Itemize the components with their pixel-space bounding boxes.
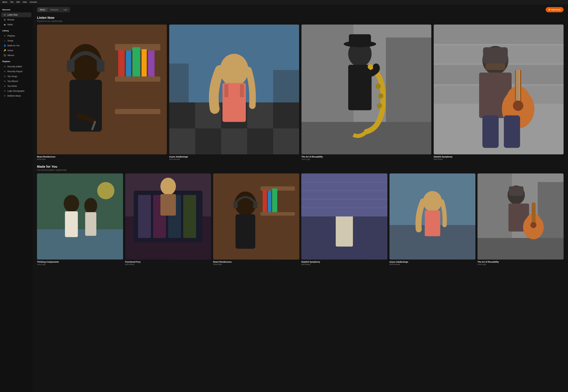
- svg-rect-85: [253, 201, 257, 208]
- svg-rect-37: [348, 65, 371, 110]
- main-content: Music Podcasts Live ⊕ Add music Listen N…: [32, 4, 568, 392]
- library-section-title: Library: [0, 29, 32, 33]
- svg-point-74: [160, 178, 176, 195]
- tab-live[interactable]: Live: [61, 8, 69, 12]
- sidebar-item-made-for-you[interactable]: 👤 Made for You: [1, 43, 31, 48]
- album-title: Thinking Components: [37, 261, 123, 263]
- sidebar-item-label: Logic Discography: [7, 90, 24, 92]
- sidebar-item-label: Songs: [7, 40, 13, 42]
- svg-rect-18: [169, 102, 195, 128]
- svg-rect-73: [183, 195, 196, 238]
- sidebar: Discover ⊙ Listen Now ⊞ Browse ◉ Radio L…: [0, 4, 32, 392]
- menu-view[interactable]: View: [23, 1, 27, 3]
- svg-rect-75: [160, 194, 176, 216]
- made-for-you-grid: Thinking Components Lena Logic: [37, 173, 564, 266]
- svg-rect-2: [115, 76, 160, 82]
- svg-rect-61: [37, 229, 123, 260]
- album-card-art-of-reusability-small[interactable]: The Art of Reusability Lena Logic: [478, 173, 564, 266]
- sidebar-item-recently-played[interactable]: ≡ Recently Played: [1, 69, 31, 74]
- album-title: React Rendezvous: [37, 155, 167, 158]
- svg-rect-109: [532, 203, 536, 225]
- svg-rect-63: [65, 211, 78, 237]
- sidebar-item-albums[interactable]: ⬛ Albums: [1, 53, 31, 58]
- sidebar-item-artists[interactable]: 🔑 Artists: [1, 48, 31, 53]
- album-title: Stateful Symphony: [301, 261, 387, 263]
- sidebar-item-top-songs[interactable]: ≡ Top Songs: [1, 74, 31, 79]
- album-card-react-rendezvous[interactable]: React Rendezvous Ethan Byte: [37, 25, 167, 160]
- svg-rect-36: [349, 34, 371, 46]
- svg-rect-4: [118, 49, 125, 76]
- list-icon: ≡: [3, 90, 6, 92]
- album-card-async-awakenings[interactable]: Async Awakenings Nina Netcode: [169, 25, 299, 160]
- album-card-stateful-symphony[interactable]: Stateful Symphony Beth Binary: [434, 25, 564, 160]
- tabs-row: Music Podcasts Live ⊕ Add music: [37, 7, 564, 12]
- menu-music[interactable]: Music: [2, 1, 7, 3]
- made-for-you-title: Made for You: [37, 165, 564, 168]
- sidebar-item-playlists[interactable]: ≡ Playlists: [1, 33, 31, 38]
- app-body: Discover ⊙ Listen Now ⊞ Browse ◉ Radio L…: [0, 4, 568, 392]
- svg-rect-76: [213, 173, 299, 260]
- svg-rect-81: [272, 189, 277, 212]
- playlists-section-title: Playlists: [0, 60, 32, 64]
- album-card-stateful-symphony-small[interactable]: Stateful Symphony Beth Binary: [301, 173, 387, 266]
- album-icon: ⬛: [3, 54, 6, 56]
- sidebar-item-label: Playlists: [7, 35, 15, 37]
- sidebar-item-recently-added[interactable]: ≡ Recently Added: [1, 64, 31, 69]
- menu-account[interactable]: Account: [30, 1, 37, 3]
- svg-rect-59: [504, 115, 520, 148]
- playlist-icon: ≡: [3, 35, 6, 37]
- svg-rect-84: [233, 201, 238, 208]
- album-artist: Lena Logic: [478, 263, 564, 266]
- svg-rect-99: [425, 210, 440, 236]
- sidebar-item-radio[interactable]: ◉ Radio: [1, 22, 31, 27]
- svg-point-62: [64, 195, 79, 212]
- svg-rect-8: [148, 51, 155, 77]
- sidebar-item-logic-discography[interactable]: ≡ Logic Discography: [1, 89, 31, 93]
- svg-rect-58: [482, 115, 499, 148]
- sidebar-item-label: Artists: [7, 49, 13, 52]
- menu-edit[interactable]: Edit: [16, 1, 20, 3]
- svg-rect-11: [67, 60, 75, 72]
- sidebar-item-bedtime-beats[interactable]: ≡ Bedtime Beats: [1, 93, 31, 98]
- tab-podcasts[interactable]: Podcasts: [48, 8, 60, 12]
- album-artist: Nina Netcode: [169, 158, 299, 160]
- svg-rect-78: [260, 212, 295, 216]
- sidebar-item-top-artists[interactable]: ≡ Top Artists: [1, 84, 31, 88]
- album-card-async-awakenings-small[interactable]: Async Awakenings Nina Netcode: [389, 173, 476, 266]
- menu-file[interactable]: File: [10, 1, 14, 3]
- svg-rect-103: [478, 238, 564, 259]
- svg-rect-43: [434, 25, 564, 44]
- add-music-label: Add music: [551, 9, 561, 11]
- add-music-button[interactable]: ⊕ Add music: [546, 7, 564, 12]
- listen-now-subtitle: Top picks for you. Updated daily.: [37, 20, 564, 22]
- menubar: Music File Edit View Account: [0, 0, 568, 4]
- sidebar-item-listen-now[interactable]: ⊙ Listen Now: [1, 13, 31, 17]
- album-title: Async Awakenings: [169, 155, 299, 158]
- album-artist: Lena Logic: [301, 158, 431, 160]
- svg-rect-24: [273, 70, 299, 102]
- album-artist: Nina Netcode: [389, 263, 476, 266]
- svg-rect-80: [268, 191, 271, 212]
- sidebar-item-songs[interactable]: ♪ Songs: [1, 38, 31, 43]
- list-icon: ≡: [3, 85, 6, 87]
- sidebar-item-label: Bedtime Beats: [7, 95, 21, 97]
- svg-rect-7: [142, 49, 147, 76]
- tab-music[interactable]: Music: [38, 8, 47, 12]
- album-card-art-of-reusability[interactable]: The Art of Reusability Lena Logic: [301, 25, 431, 160]
- play-circle-icon: ⊙: [3, 14, 6, 16]
- svg-rect-79: [263, 190, 267, 212]
- sidebar-item-top-albums[interactable]: ≡ Top Albums: [1, 79, 31, 84]
- album-card-react-rendezvous-small[interactable]: React Rendezvous Ethan Byte: [213, 173, 299, 266]
- svg-rect-3: [115, 109, 160, 114]
- svg-rect-49: [486, 63, 505, 70]
- list-icon: ≡: [3, 65, 6, 68]
- svg-rect-33: [301, 122, 431, 154]
- album-card-functional-fury[interactable]: Functional Fury Beth Binary: [125, 173, 211, 266]
- sidebar-item-label: Radio: [7, 23, 13, 26]
- album-artist: Beth Binary: [301, 263, 387, 266]
- album-card-thinking-components[interactable]: Thinking Components Lena Logic: [37, 173, 123, 266]
- tab-group: Music Podcasts Live: [37, 7, 70, 12]
- list-icon: ≡: [3, 75, 6, 77]
- sidebar-item-browse[interactable]: ⊞ Browse: [1, 17, 31, 22]
- svg-rect-5: [126, 51, 131, 77]
